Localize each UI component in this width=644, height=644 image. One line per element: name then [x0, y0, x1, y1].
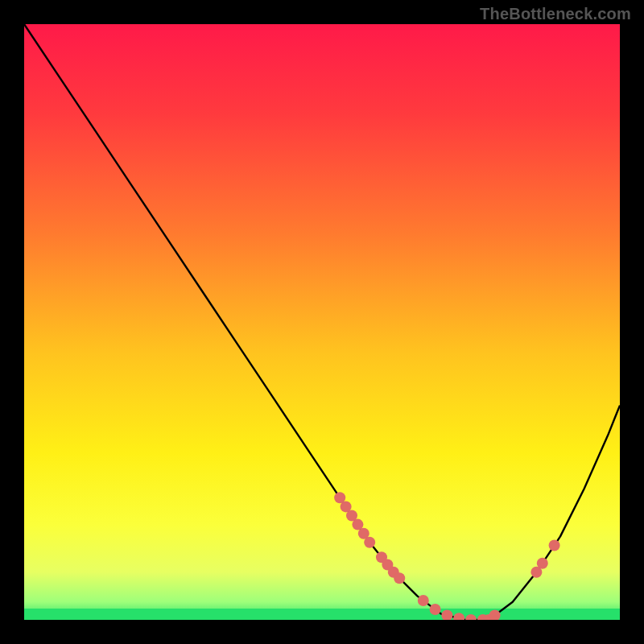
- sample-point-marker: [394, 572, 405, 584]
- sample-point-marker: [441, 609, 452, 620]
- sample-point-marker: [430, 604, 441, 615]
- curve-layer: [24, 24, 620, 620]
- chart-frame: TheBottleneck.com: [0, 0, 644, 644]
- bottleneck-curve: [24, 24, 620, 620]
- sample-point-marker: [418, 595, 429, 606]
- sample-point-marker: [465, 614, 477, 620]
- watermark-text: TheBottleneck.com: [480, 5, 631, 23]
- sample-point-marker: [453, 613, 464, 620]
- sample-point-marker: [537, 558, 548, 569]
- plot-area: [24, 24, 620, 620]
- sample-point-marker: [364, 537, 375, 548]
- sample-point-marker: [549, 540, 560, 551]
